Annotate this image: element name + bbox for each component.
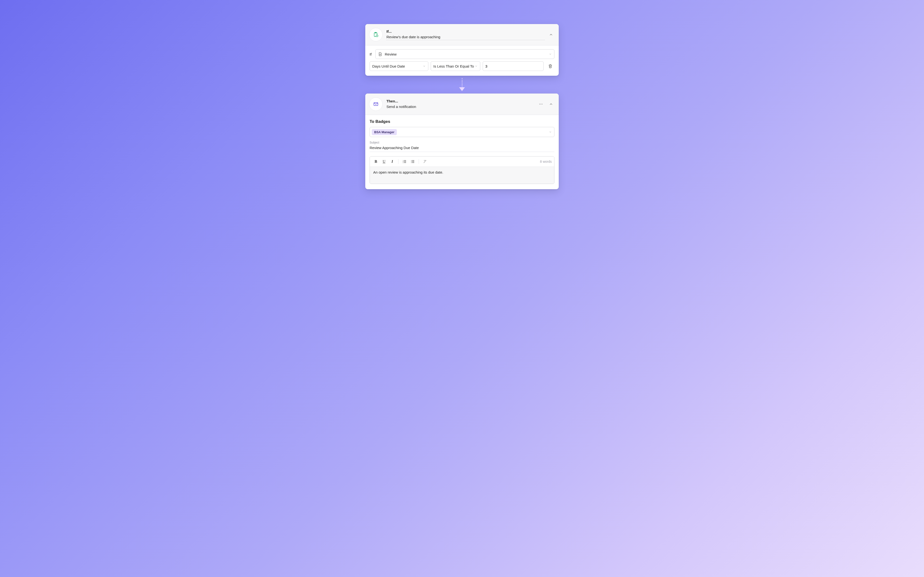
caret-down-icon	[475, 64, 478, 68]
then-card: Then... Send a notification To Badges BS…	[365, 93, 559, 189]
delete-condition-button[interactable]	[546, 62, 554, 71]
flow-connector	[459, 78, 465, 91]
clear-format-button[interactable]	[421, 158, 428, 165]
operator-select-label: Is Less Than Or Equal To	[433, 64, 474, 68]
operator-select[interactable]: Is Less Than Or Equal To	[431, 61, 480, 71]
then-title: Then...	[386, 99, 535, 103]
word-count: 8 words	[540, 160, 552, 163]
toolbar-separator	[398, 159, 399, 164]
field-select[interactable]: Days Until Due Date	[370, 61, 428, 71]
svg-point-6	[542, 104, 543, 105]
entity-select-label: Review	[385, 52, 397, 56]
clipboard-clock-icon	[369, 28, 383, 41]
caret-down-icon	[423, 64, 426, 68]
if-subtitle-input[interactable]	[386, 34, 545, 40]
mail-icon	[369, 97, 383, 111]
value-input-wrap	[483, 61, 544, 71]
message-editor: B U I 8 words An open review is approach…	[370, 156, 554, 184]
then-more-button[interactable]	[538, 101, 544, 108]
caret-down-icon	[549, 131, 552, 134]
badge-chip[interactable]: BSA Manager	[372, 129, 397, 135]
list-ordered-icon	[402, 160, 407, 164]
to-badges-label: To Badges	[370, 119, 554, 124]
document-icon	[378, 52, 382, 56]
chevron-up-icon	[549, 102, 553, 106]
svg-point-8	[411, 161, 412, 162]
chevron-up-icon	[549, 33, 553, 37]
subject-label: Subject	[370, 141, 554, 144]
then-card-body: To Badges BSA Manager Subject B U I	[365, 115, 559, 189]
clear-format-icon	[423, 160, 427, 164]
editor-body[interactable]: An open review is approaching its due da…	[370, 167, 554, 184]
underline-button[interactable]: U	[380, 158, 388, 165]
svg-point-4	[539, 104, 540, 105]
list-bullet-icon	[410, 160, 415, 164]
then-card-header: Then... Send a notification	[365, 93, 559, 115]
bold-button[interactable]: B	[372, 158, 380, 165]
if-keyword: If	[370, 52, 373, 56]
more-horizontal-icon	[539, 102, 543, 106]
if-header-text: If...	[386, 29, 545, 40]
entity-select[interactable]: Review	[375, 49, 554, 59]
subject-input[interactable]	[370, 145, 554, 152]
if-card-body: If Review Days Until Due Date Is Less Th…	[365, 45, 559, 76]
if-card: If... If Review	[365, 24, 559, 76]
then-subtitle: Send a notification	[386, 104, 535, 109]
italic-button[interactable]: I	[389, 158, 396, 165]
then-collapse-button[interactable]	[548, 101, 554, 108]
if-card-header: If...	[365, 24, 559, 45]
unordered-list-button[interactable]	[409, 158, 416, 165]
to-badges-select[interactable]: BSA Manager	[370, 127, 554, 137]
svg-point-5	[541, 104, 541, 105]
ordered-list-button[interactable]	[401, 158, 408, 165]
editor-toolbar: B U I 8 words	[370, 156, 554, 167]
value-input[interactable]	[485, 61, 541, 71]
if-title: If...	[386, 29, 545, 34]
if-collapse-button[interactable]	[548, 31, 554, 38]
connector-line	[462, 78, 462, 88]
condition-row: Days Until Due Date Is Less Than Or Equa…	[370, 61, 554, 71]
arrow-down-icon	[459, 87, 465, 91]
trash-icon	[548, 64, 553, 69]
caret-down-icon	[549, 53, 552, 56]
then-header-text: Then... Send a notification	[386, 99, 535, 109]
svg-point-7	[411, 160, 412, 161]
subject-field-group: Subject	[370, 141, 554, 152]
svg-point-9	[411, 163, 412, 163]
field-select-label: Days Until Due Date	[372, 64, 405, 68]
